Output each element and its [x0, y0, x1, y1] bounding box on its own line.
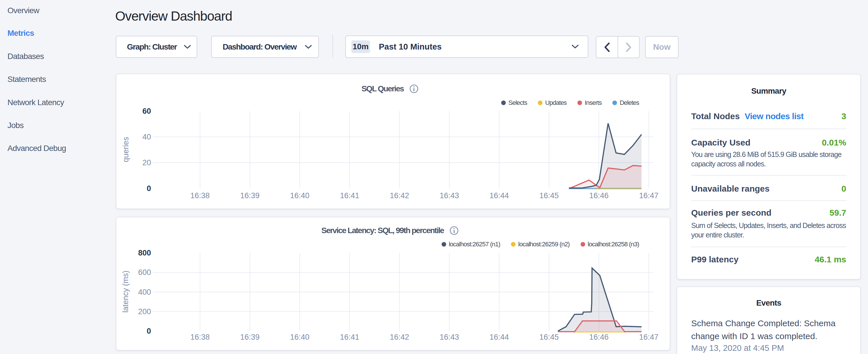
svg-text:16:41: 16:41: [340, 191, 359, 200]
svg-text:16:39: 16:39: [240, 191, 260, 200]
svg-text:0: 0: [147, 327, 151, 335]
svg-text:16:42: 16:42: [390, 191, 409, 200]
svg-text:16:42: 16:42: [390, 333, 409, 342]
svg-text:16:47: 16:47: [639, 191, 658, 200]
svg-text:16:47: 16:47: [639, 333, 658, 342]
svg-text:16:38: 16:38: [190, 333, 210, 342]
svg-text:200: 200: [138, 307, 151, 316]
svg-text:16:44: 16:44: [490, 333, 509, 342]
svg-text:16:38: 16:38: [190, 191, 210, 200]
svg-text:60: 60: [143, 107, 151, 116]
svg-text:20: 20: [143, 158, 151, 167]
svg-text:16:40: 16:40: [290, 191, 309, 200]
svg-text:16:40: 16:40: [290, 333, 309, 342]
svg-text:400: 400: [138, 288, 151, 296]
svg-text:16:41: 16:41: [340, 333, 359, 342]
svg-text:600: 600: [138, 268, 151, 277]
svg-text:16:45: 16:45: [539, 333, 559, 342]
svg-text:latency (ms): latency (ms): [121, 270, 130, 313]
svg-text:16:46: 16:46: [589, 191, 609, 200]
svg-text:16:43: 16:43: [440, 191, 459, 200]
svg-text:16:45: 16:45: [539, 191, 559, 200]
svg-text:16:43: 16:43: [440, 333, 459, 342]
svg-text:40: 40: [143, 133, 151, 141]
svg-text:16:44: 16:44: [490, 191, 509, 200]
svg-text:800: 800: [138, 249, 151, 257]
svg-text:queries: queries: [122, 137, 130, 162]
svg-text:16:46: 16:46: [589, 333, 609, 342]
svg-text:0: 0: [147, 184, 151, 193]
svg-text:16:39: 16:39: [240, 333, 260, 342]
